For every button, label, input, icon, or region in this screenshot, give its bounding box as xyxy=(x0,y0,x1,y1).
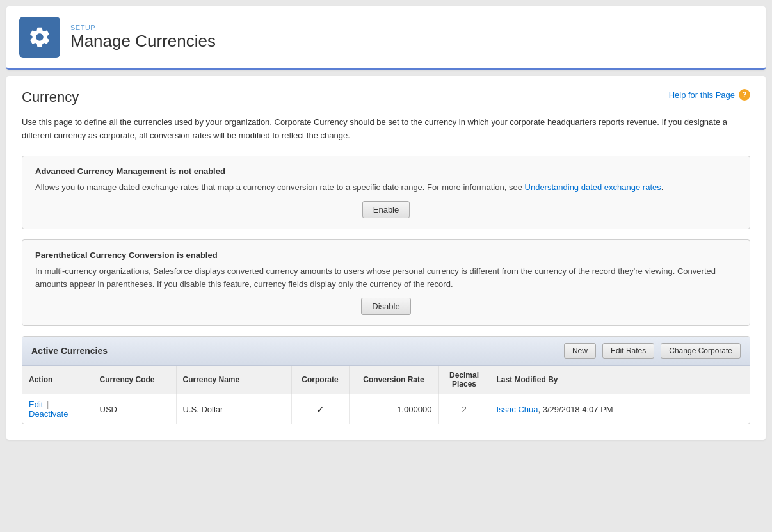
corporate-checkmark: ✓ xyxy=(316,404,325,415)
page-main-title: Manage Currencies xyxy=(70,31,216,51)
col-header-name: Currency Name xyxy=(176,366,291,394)
help-icon: ? xyxy=(739,89,750,101)
enable-button[interactable]: Enable xyxy=(362,201,410,218)
setup-label: SETUP xyxy=(70,24,216,31)
page-title-row: Currency Help for this Page ? xyxy=(22,89,750,106)
header-text: SETUP Manage Currencies xyxy=(70,24,216,51)
new-button[interactable]: New xyxy=(564,343,596,359)
page-description: Use this page to define all the currenci… xyxy=(22,116,750,143)
acm-link[interactable]: Understanding dated exchange rates xyxy=(525,182,661,192)
disable-button[interactable]: Disable xyxy=(361,298,410,315)
col-header-corporate: Corporate xyxy=(291,366,349,394)
cell-conversion-rate: 1.000000 xyxy=(349,394,438,424)
modified-by-link[interactable]: Issac Chua xyxy=(497,405,538,414)
cell-action: Edit | Deactivate xyxy=(22,394,93,424)
acm-period: . xyxy=(661,182,664,192)
pcc-box: Parenthetical Currency Conversion is ena… xyxy=(22,239,750,326)
deactivate-link[interactable]: Deactivate xyxy=(29,409,68,419)
edit-rates-button[interactable]: Edit Rates xyxy=(602,343,654,359)
help-link-text: Help for this Page xyxy=(669,90,735,100)
pcc-title: Parenthetical Currency Conversion is ena… xyxy=(35,250,737,260)
acm-btn-row: Enable xyxy=(35,201,737,218)
acm-body: Allows you to manage dated exchange rate… xyxy=(35,181,737,194)
section-header: Active Currencies New Edit Rates Change … xyxy=(22,337,750,366)
acm-box: Advanced Currency Management is not enab… xyxy=(22,156,750,230)
cell-currency-name: U.S. Dollar xyxy=(176,394,291,424)
col-header-modified: Last Modified By xyxy=(490,366,750,394)
page-title: Currency xyxy=(22,89,79,106)
help-link[interactable]: Help for this Page ? xyxy=(669,89,750,101)
pcc-btn-row: Disable xyxy=(35,298,737,315)
acm-title: Advanced Currency Management is not enab… xyxy=(35,166,737,176)
modified-date: , 3/29/2018 4:07 PM xyxy=(538,405,613,414)
currencies-table: Action Currency Code Currency Name Corpo… xyxy=(22,366,750,424)
col-header-decimal: DecimalPlaces xyxy=(438,366,490,394)
section-title: Active Currencies xyxy=(31,346,558,356)
table-header-row: Action Currency Code Currency Name Corpo… xyxy=(22,366,750,394)
col-header-rate: Conversion Rate xyxy=(349,366,438,394)
acm-body-text: Allows you to manage dated exchange rate… xyxy=(35,182,522,192)
col-header-code: Currency Code xyxy=(93,366,176,394)
cell-corporate: ✓ xyxy=(291,394,349,424)
table-row: Edit | Deactivate USD U.S. Dollar ✓ 1.00… xyxy=(22,394,750,424)
cell-currency-code: USD xyxy=(93,394,176,424)
action-separator: | xyxy=(47,399,49,409)
change-corporate-button[interactable]: Change Corporate xyxy=(661,343,741,359)
cell-modified-by: Issac Chua, 3/29/2018 4:07 PM xyxy=(490,394,750,424)
active-currencies-section: Active Currencies New Edit Rates Change … xyxy=(22,336,750,424)
pcc-body: In multi-currency organizations, Salesfo… xyxy=(35,265,737,290)
main-content: Currency Help for this Page ? Use this p… xyxy=(6,76,766,440)
col-header-action: Action xyxy=(22,366,93,394)
setup-icon xyxy=(19,17,60,58)
cell-decimal-places: 2 xyxy=(438,394,490,424)
gear-icon xyxy=(28,25,52,49)
edit-link[interactable]: Edit xyxy=(29,399,43,409)
page-header: SETUP Manage Currencies xyxy=(6,6,766,70)
